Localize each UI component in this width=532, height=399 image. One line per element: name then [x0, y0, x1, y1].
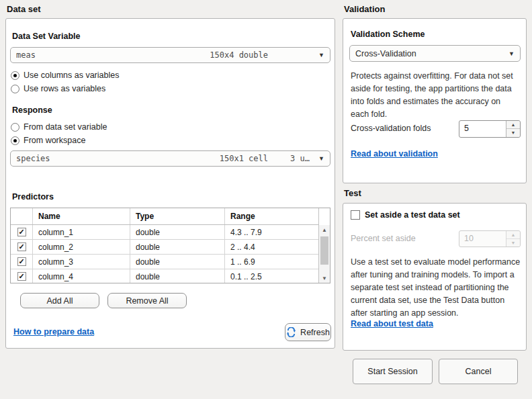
response-variable-value: species: [16, 154, 50, 163]
start-session-button[interactable]: Start Session: [353, 359, 433, 384]
predictors-table: Name Type Range ✓ column_1 double 4.3 ..…: [10, 208, 330, 283]
test-section-title: Test: [344, 188, 361, 198]
row-type: double: [130, 255, 225, 269]
row-type: double: [130, 225, 225, 239]
radio-from-dataset-variable-label: From data set variable: [24, 122, 107, 132]
dataset-variable-value: meas: [16, 50, 36, 60]
validation-scheme-combobox[interactable]: Cross-Validation ▼: [349, 45, 521, 62]
scrollbar-thumb[interactable]: [320, 236, 328, 265]
radio-use-columns-label: Use columns as variables: [24, 71, 119, 80]
row-name: column_4: [33, 269, 130, 283]
radio-from-dataset-variable[interactable]: From data set variable: [11, 122, 107, 132]
predictors-table-body: ✓ column_1 double 4.3 .. 7.9 ✓ column_2 …: [11, 225, 318, 283]
how-to-prepare-data-link[interactable]: How to prepare data: [13, 327, 94, 337]
set-aside-test-label: Set aside a test data set: [365, 210, 460, 220]
radio-button-icon: [11, 123, 19, 132]
spinner-up-icon[interactable]: ▲: [506, 121, 520, 129]
cv-folds-value: 5: [464, 124, 469, 133]
row-range: 0.1 .. 2.5: [225, 269, 318, 283]
cancel-label: Cancel: [466, 367, 492, 376]
chevron-down-icon: ▼: [508, 50, 515, 57]
cv-folds-label: Cross-validation folds: [351, 124, 431, 133]
header-name: Name: [33, 208, 130, 224]
spinner-down-icon[interactable]: ▼: [506, 129, 520, 137]
radio-use-rows-label: Use rows as variables: [24, 84, 105, 93]
table-row[interactable]: ✓ column_1 double 4.3 .. 7.9: [11, 225, 318, 240]
row-checkbox[interactable]: ✓: [17, 242, 26, 251]
cv-folds-spinner[interactable]: 5 ▲ ▼: [459, 120, 521, 138]
radio-from-workspace-label: From workspace: [24, 136, 85, 145]
row-range: 1 .. 6.9: [225, 255, 318, 269]
radio-button-icon: [11, 85, 19, 93]
refresh-icon: [286, 327, 296, 337]
radio-button-icon: [11, 71, 19, 80]
validation-section-title: Validation: [344, 4, 385, 14]
response-label: Response: [12, 105, 52, 115]
row-checkbox[interactable]: ✓: [17, 257, 26, 266]
percent-set-aside-value: 10: [464, 234, 474, 243]
row-name: column_3: [33, 255, 130, 269]
spinner-down-icon: ▼: [506, 239, 520, 247]
read-about-test-data-link[interactable]: Read about test data: [351, 319, 433, 328]
row-range: 2 .. 4.4: [225, 240, 318, 254]
refresh-label: Refresh: [300, 328, 330, 337]
dataset-section-title: Data set: [7, 4, 41, 14]
add-all-label: Add All: [47, 296, 73, 306]
header-type: Type: [130, 208, 225, 224]
dataset-variable-size-type: 150x4 double: [210, 50, 268, 60]
dataset-variable-label: Data Set Variable: [12, 32, 80, 41]
percent-set-aside-label: Percent set aside: [351, 234, 416, 243]
spinner-up-icon: ▲: [506, 231, 520, 239]
table-row[interactable]: ✓ column_3 double 1 .. 6.9: [11, 255, 318, 269]
row-checkbox[interactable]: ✓: [17, 228, 26, 236]
radio-use-columns[interactable]: Use columns as variables: [11, 70, 119, 81]
set-aside-test-checkbox-row[interactable]: Set aside a test data set: [351, 210, 460, 220]
response-variable-unique-count: 3 u…: [290, 154, 310, 163]
spinner-buttons: ▲ ▼: [506, 121, 520, 137]
predictors-table-header: Name Type Range: [11, 208, 318, 225]
table-scrollbar[interactable]: ▲ ▼: [318, 208, 330, 283]
chevron-down-icon: ▼: [318, 52, 324, 58]
row-checkbox[interactable]: ✓: [17, 272, 26, 281]
row-name: column_1: [33, 225, 130, 239]
cancel-button[interactable]: Cancel: [439, 359, 518, 384]
dataset-variable-combobox[interactable]: meas 150x4 double ▼: [10, 47, 330, 63]
radio-use-rows[interactable]: Use rows as variables: [11, 83, 105, 94]
header-range: Range: [225, 208, 318, 224]
validation-scheme-label: Validation Scheme: [351, 30, 425, 39]
remove-all-button[interactable]: Remove All: [107, 293, 187, 308]
validation-scheme-value: Cross-Validation: [355, 49, 416, 58]
table-row[interactable]: ✓ column_4 double 0.1 .. 2.5: [11, 269, 318, 283]
radio-button-icon: [11, 136, 19, 145]
checkbox-icon[interactable]: [351, 210, 360, 220]
row-type: double: [130, 240, 225, 254]
table-row[interactable]: ✓ column_2 double 2 .. 4.4: [11, 240, 318, 255]
scroll-down-icon[interactable]: ▼: [319, 275, 330, 281]
row-range: 4.3 .. 7.9: [225, 225, 318, 239]
chevron-down-icon: ▼: [318, 155, 324, 162]
row-name: column_2: [33, 240, 130, 254]
header-checkbox-column: [11, 208, 33, 224]
radio-from-workspace[interactable]: From workspace: [11, 135, 85, 146]
percent-set-aside-spinner: 10 ▲ ▼: [459, 230, 521, 247]
read-about-validation-link[interactable]: Read about validation: [351, 149, 438, 159]
response-variable-size-type: 150x1 cell: [220, 154, 268, 163]
response-variable-combobox[interactable]: species 150x1 cell 3 u… ▼: [10, 150, 330, 167]
row-type: double: [130, 269, 225, 283]
add-all-button[interactable]: Add All: [20, 293, 99, 308]
start-session-label: Start Session: [367, 367, 417, 376]
spinner-buttons: ▲ ▼: [506, 231, 520, 247]
predictors-label: Predictors: [12, 192, 54, 202]
refresh-button[interactable]: Refresh: [285, 323, 331, 341]
scroll-up-icon[interactable]: ▲: [319, 227, 330, 233]
scrollbar-track[interactable]: ▲ ▼: [319, 225, 330, 283]
remove-all-label: Remove All: [126, 296, 168, 306]
test-description: Use a test set to evaluate model perform…: [351, 256, 521, 320]
validation-description: Protects against overfitting. For data n…: [351, 70, 521, 121]
